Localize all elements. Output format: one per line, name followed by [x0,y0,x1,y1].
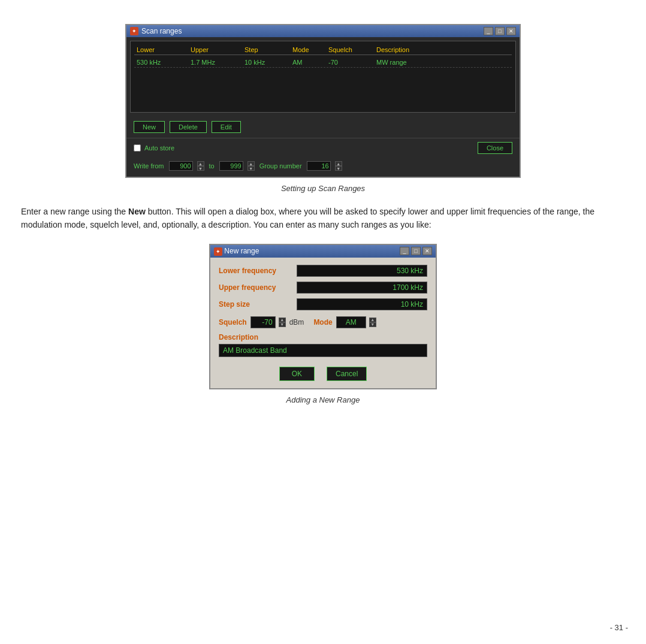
scan-dialog-title: Scan ranges [141,27,182,35]
col-squelch: Squelch [328,46,376,53]
scan-bottom-row: Auto store Close [126,138,520,158]
new-range-titlebar: ✦ New range _ □ ✕ [210,245,436,258]
description-label: Description [219,333,427,341]
scan-dialog-win-controls: _ □ ✕ [484,27,516,35]
squelch-input[interactable] [250,316,276,328]
write-to-down-arrow[interactable]: ▼ [247,166,255,171]
new-range-action-buttons: OK Cancel [219,367,427,381]
new-range-minimize-btn[interactable]: _ [400,247,409,255]
new-range-body: Lower frequency Upper frequency Step siz… [210,258,436,388]
group-number-down-arrow[interactable]: ▼ [335,166,342,171]
upper-freq-input[interactable] [297,282,427,294]
write-to-input[interactable] [219,161,243,171]
squelch-spin-arrows: ▲ ▼ [279,318,286,327]
body-text-part1: Enter a new range using the [21,207,128,216]
group-number-spin-arrows: ▲ ▼ [335,161,342,171]
upper-freq-row: Upper frequency [219,282,427,294]
description-input[interactable] [219,344,427,357]
scan-dialog-minimize-btn[interactable]: _ [484,27,493,35]
scan-dialog-icon: ✦ [130,27,138,35]
mode-down-arrow[interactable]: ▼ [369,322,376,327]
write-from-down-arrow[interactable]: ▼ [197,166,204,171]
description-section: Description [219,333,427,364]
write-from-label: Write from [134,162,164,170]
scan-dialog-close-btn[interactable]: ✕ [506,27,516,35]
new-range-title-left: ✦ New range [214,247,259,256]
row-description: MW range [376,59,509,66]
mode-spin-arrows: ▲ ▼ [369,318,376,327]
scan-dialog-title-left: ✦ Scan ranges [130,27,182,35]
lower-freq-row: Lower frequency [219,265,427,277]
write-to-spin-arrows: ▲ ▼ [247,161,255,171]
step-size-input[interactable] [297,298,427,310]
lower-freq-input[interactable] [297,265,427,277]
col-lower: Lower [137,46,191,53]
squelch-unit: dBm [289,318,304,326]
step-size-row: Step size [219,298,427,310]
row-upper: 1.7 MHz [191,59,244,66]
autostore-label: Auto store [144,144,174,152]
row-squelch: -70 [328,59,376,66]
new-range-icon: ✦ [214,247,222,256]
col-step: Step [244,46,292,53]
scan-table-header: Lower Upper Step Mode Squelch Descriptio… [134,45,512,55]
col-upper: Upper [191,46,244,53]
new-range-win-controls: _ □ ✕ [400,247,432,255]
table-row[interactable]: 530 kHz 1.7 MHz 10 kHz AM -70 MW range [134,58,512,68]
edit-button[interactable]: Edit [212,121,241,133]
squelch-up-arrow[interactable]: ▲ [279,318,286,322]
group-number-input[interactable] [307,161,331,171]
write-from-up-arrow[interactable]: ▲ [197,161,204,166]
write-to-up-arrow[interactable]: ▲ [247,161,255,166]
scan-dialog-maximize-btn[interactable]: □ [495,27,505,35]
mode-input[interactable] [336,316,366,328]
new-range-title: New range [224,247,259,255]
upper-freq-label: Upper frequency [219,283,297,292]
col-mode: Mode [292,46,328,53]
ok-button[interactable]: OK [279,367,315,381]
row-mode: AM [292,59,328,66]
cancel-button[interactable]: Cancel [327,367,367,381]
squelch-mode-row: Squelch ▲ ▼ dBm Mode ▲ ▼ [219,316,427,328]
page-number: - 31 - [610,623,628,632]
new-range-wrapper: ✦ New range _ □ ✕ Lower frequency Upper … [18,244,628,389]
new-range-dialog: ✦ New range _ □ ✕ Lower frequency Upper … [209,244,437,389]
new-range-maximize-btn[interactable]: □ [411,247,421,255]
lower-freq-label: Lower frequency [219,267,297,275]
delete-button[interactable]: Delete [170,121,207,133]
squelch-label: Squelch [219,318,247,326]
row-lower: 530 kHz [137,59,191,66]
close-button[interactable]: Close [478,142,512,154]
scan-table-area: Lower Upper Step Mode Squelch Descriptio… [130,41,516,113]
scan-write-row: Write from ▲ ▼ to ▲ ▼ Group number ▲ ▼ [126,158,520,177]
write-to-label: to [209,162,215,170]
mode-label: Mode [313,318,332,326]
new-range-close-btn[interactable]: ✕ [422,247,432,255]
write-from-input[interactable] [169,161,193,171]
autostore-checkbox[interactable] [134,144,141,152]
group-number-label: Group number [259,162,302,170]
scan-ranges-dialog: ✦ Scan ranges _ □ ✕ Lower Upper Step Mod… [125,24,521,178]
squelch-down-arrow[interactable]: ▼ [279,322,286,327]
scan-dialog-titlebar: ✦ Scan ranges _ □ ✕ [126,25,520,37]
mode-up-arrow[interactable]: ▲ [369,318,376,322]
new-button[interactable]: New [134,121,165,133]
row-step: 10 kHz [244,59,292,66]
write-from-spin-arrows: ▲ ▼ [197,161,204,171]
body-text: Enter a new range using the New button. … [18,205,628,232]
autostore-area: Auto store [134,144,174,152]
scan-ranges-caption: Setting up Scan Ranges [18,184,628,193]
scan-action-buttons: New Delete Edit [126,116,520,138]
step-size-label: Step size [219,300,297,309]
col-description: Description [376,46,509,53]
new-range-caption: Adding a New Range [18,395,628,404]
group-number-up-arrow[interactable]: ▲ [335,161,342,166]
body-text-bold: New [128,207,146,216]
